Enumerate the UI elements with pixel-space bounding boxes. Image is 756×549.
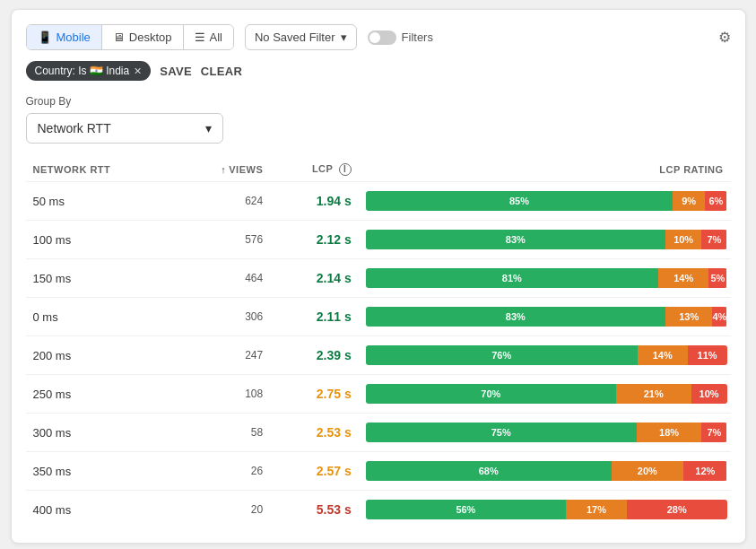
cell-lcp: 2.11 s xyxy=(270,298,359,336)
cell-rtt: 350 ms xyxy=(26,452,178,491)
cell-rating: 68%20%12% xyxy=(359,452,731,491)
cell-lcp: 1.94 s xyxy=(270,182,359,221)
cell-views: 58 xyxy=(178,414,271,452)
dropdown-arrow-icon: ▾ xyxy=(341,30,347,44)
tab-all-label: All xyxy=(210,30,222,44)
cell-rating: 83%13%4% xyxy=(359,298,731,336)
table-header-row: NETWORK RTT ↑VIEWS LCP i LCP RATING xyxy=(26,158,731,182)
bar-orange-segment: 20% xyxy=(612,461,684,481)
group-by-section: Group By Network RTT ▾ xyxy=(26,95,731,144)
cell-views: 108 xyxy=(178,375,271,414)
rating-bar: 70%21%10% xyxy=(366,384,727,404)
table-row: 150 ms4642.14 s81%14%5% xyxy=(26,259,731,298)
cell-rating: 70%21%10% xyxy=(359,375,731,414)
bar-green-segment: 75% xyxy=(366,423,637,442)
bar-orange-segment: 13% xyxy=(665,307,712,327)
cell-lcp: 2.75 s xyxy=(270,375,359,414)
cell-rtt: 300 ms xyxy=(26,414,178,452)
bar-orange-segment: 18% xyxy=(637,423,701,442)
mobile-icon: 📱 xyxy=(38,30,52,44)
cell-rating: 81%14%5% xyxy=(359,259,731,298)
cell-lcp: 2.57 s xyxy=(270,452,359,491)
bar-green-segment: 83% xyxy=(366,230,665,249)
cell-views: 306 xyxy=(178,298,271,336)
col-views: ↑VIEWS xyxy=(178,158,271,182)
device-tabs: 📱 Mobile 🖥 Desktop ☰ All xyxy=(26,24,234,50)
group-by-select[interactable]: Network RTT ▾ xyxy=(26,113,223,144)
saved-filter-dropdown[interactable]: No Saved Filter ▾ xyxy=(245,24,357,50)
table-row: 0 ms3062.11 s83%13%4% xyxy=(26,298,731,336)
cell-views: 26 xyxy=(178,452,271,491)
rating-bar: 56%17%28% xyxy=(366,500,727,519)
settings-button[interactable]: ⚙ xyxy=(718,29,731,46)
filters-toggle[interactable] xyxy=(368,30,396,45)
data-table: NETWORK RTT ↑VIEWS LCP i LCP RATING 50 m… xyxy=(26,158,731,528)
rating-bar: 85%9%6% xyxy=(366,191,727,211)
rating-bar: 75%18%7% xyxy=(366,423,727,442)
cell-rtt: 250 ms xyxy=(26,375,178,414)
bar-red-segment: 4% xyxy=(712,307,726,327)
bar-orange-segment: 10% xyxy=(665,230,701,249)
cell-rtt: 400 ms xyxy=(26,491,178,529)
country-filter-close[interactable]: ✕ xyxy=(134,65,142,77)
filters-label: Filters xyxy=(402,30,433,44)
toolbar: 📱 Mobile 🖥 Desktop ☰ All No Saved Filter… xyxy=(26,24,731,50)
cell-lcp: 2.39 s xyxy=(270,336,359,375)
table-row: 50 ms6241.94 s85%9%6% xyxy=(26,182,731,221)
group-by-value: Network RTT xyxy=(38,121,111,135)
cell-views: 576 xyxy=(178,221,271,259)
bar-green-segment: 56% xyxy=(366,500,566,519)
bar-red-segment: 10% xyxy=(691,384,727,404)
country-filter-tag: Country: Is 🇮🇳 India ✕ xyxy=(26,61,152,81)
tab-desktop[interactable]: 🖥 Desktop xyxy=(102,25,184,49)
cell-rating: 85%9%6% xyxy=(359,182,731,221)
bar-green-segment: 81% xyxy=(366,268,658,288)
cell-views: 247 xyxy=(178,336,271,375)
clear-filter-button[interactable]: CLEAR xyxy=(201,65,242,78)
cell-rtt: 200 ms xyxy=(26,336,178,375)
cell-lcp: 2.14 s xyxy=(270,259,359,298)
save-filter-button[interactable]: SAVE xyxy=(160,65,192,78)
tab-all[interactable]: ☰ All xyxy=(184,25,233,49)
rating-bar: 68%20%12% xyxy=(366,461,727,481)
cell-rtt: 50 ms xyxy=(26,182,178,221)
lcp-info-icon[interactable]: i xyxy=(339,163,352,176)
filter-row: Country: Is 🇮🇳 India ✕ SAVE CLEAR xyxy=(26,61,731,81)
cell-rating: 75%18%7% xyxy=(359,414,731,452)
col-network-rtt: NETWORK RTT xyxy=(26,158,178,182)
tab-desktop-label: Desktop xyxy=(129,30,172,44)
bar-red-segment: 7% xyxy=(701,423,726,442)
saved-filter-label: No Saved Filter xyxy=(255,30,335,44)
cell-rating: 76%14%11% xyxy=(359,336,731,375)
table-row: 300 ms582.53 s75%18%7% xyxy=(26,414,731,452)
bar-orange-segment: 17% xyxy=(566,500,627,519)
bar-red-segment: 12% xyxy=(683,461,726,481)
rating-bar: 83%13%4% xyxy=(366,307,727,327)
bar-orange-segment: 14% xyxy=(658,268,708,288)
bar-orange-segment: 21% xyxy=(616,384,691,404)
cell-lcp: 2.12 s xyxy=(270,221,359,259)
bar-red-segment: 5% xyxy=(708,268,726,288)
bar-red-segment: 28% xyxy=(627,500,727,519)
cell-rtt: 0 ms xyxy=(26,298,178,336)
bar-red-segment: 6% xyxy=(705,191,726,211)
rating-bar: 76%14%11% xyxy=(366,345,727,365)
tab-mobile[interactable]: 📱 Mobile xyxy=(27,25,102,49)
cell-views: 464 xyxy=(178,259,271,298)
main-container: 📱 Mobile 🖥 Desktop ☰ All No Saved Filter… xyxy=(11,9,746,544)
cell-rtt: 150 ms xyxy=(26,259,178,298)
bar-orange-segment: 14% xyxy=(638,345,688,365)
gear-icon: ⚙ xyxy=(718,30,731,45)
cell-views: 624 xyxy=(178,182,271,221)
cell-lcp: 5.53 s xyxy=(270,491,359,529)
all-icon: ☰ xyxy=(195,30,205,44)
group-by-dropdown-icon: ▾ xyxy=(205,121,212,135)
col-lcp-rating: LCP RATING xyxy=(359,158,731,182)
cell-rating: 56%17%28% xyxy=(359,491,731,529)
col-lcp: LCP i xyxy=(270,158,359,182)
table-row: 350 ms262.57 s68%20%12% xyxy=(26,452,731,491)
rating-bar: 83%10%7% xyxy=(366,230,727,249)
tab-mobile-label: Mobile xyxy=(56,30,91,44)
table-row: 200 ms2472.39 s76%14%11% xyxy=(26,336,731,375)
cell-rtt: 100 ms xyxy=(26,221,178,259)
